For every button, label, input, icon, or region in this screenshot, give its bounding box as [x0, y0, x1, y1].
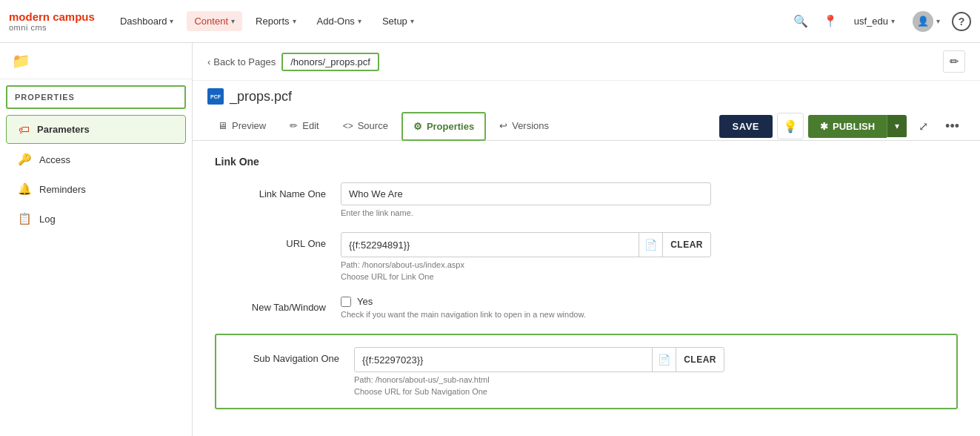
top-nav: modern campus omni cms Dashboard ▾ Conte…	[0, 0, 980, 43]
form-content: Link One Link Name One Enter the link na…	[193, 141, 980, 436]
sidebar-item-parameters[interactable]: 🏷 Parameters	[6, 115, 186, 144]
logo-sub: omni cms	[9, 23, 95, 32]
nav-setup[interactable]: Setup ▾	[375, 11, 421, 31]
sidebar-folder[interactable]: 📁	[0, 43, 192, 79]
content-area: ‹ Back to Pages /honors/_props.pcf ✏ PCF…	[193, 43, 980, 436]
sidebar: 📁 PROPERTIES 🏷 Parameters 🔑 Access 🔔 Rem…	[0, 43, 193, 436]
file-name: _props.pcf	[230, 89, 292, 105]
tab-properties[interactable]: ⚙ Properties	[401, 112, 486, 141]
chevron-down-icon: ▾	[358, 17, 361, 25]
file-type-icon: PCF	[207, 88, 224, 105]
properties-icon: ⚙	[413, 121, 422, 132]
preview-icon: 🖥	[218, 120, 227, 131]
sub-nav-clear-button[interactable]: CLEAR	[676, 348, 724, 371]
logo: modern campus omni cms	[9, 10, 95, 32]
search-icon[interactable]: 🔍	[789, 10, 813, 33]
more-options-button[interactable]: •••	[939, 116, 965, 137]
tab-source[interactable]: <> Source	[333, 113, 399, 140]
field-label-new-tab: New Tab/Window	[215, 296, 326, 313]
nav-dashboard[interactable]: Dashboard ▾	[113, 11, 181, 31]
nav-reports[interactable]: Reports ▾	[248, 11, 304, 31]
field-input-link-name: Enter the link name.	[341, 182, 958, 217]
publish-main-button[interactable]: ✱ PUBLISH	[808, 115, 887, 138]
folder-icon: 📁	[12, 53, 30, 69]
chevron-down-icon: ▾	[293, 17, 296, 25]
field-label-sub-nav: Sub Navigation One	[228, 347, 339, 364]
log-icon: 📋	[18, 212, 32, 225]
key-icon: 🔑	[18, 153, 32, 166]
url-one-hint1: Path: /honors/about-us/index.aspx	[341, 260, 958, 269]
field-checkbox-new-tab: Yes Check if you want the main navigatio…	[341, 296, 958, 319]
field-url-one: URL One 📄 CLEAR Path: /honors/about-us/i…	[215, 232, 958, 281]
chevron-down-icon: ▾	[170, 17, 173, 25]
chevron-down-icon: ▾	[410, 17, 414, 25]
new-tab-checkbox[interactable]	[341, 297, 351, 307]
field-input-url: 📄 CLEAR Path: /honors/about-us/index.asp…	[341, 232, 958, 281]
user-label: usf_edu	[854, 16, 888, 27]
breadcrumb-bar: ‹ Back to Pages /honors/_props.pcf ✏	[193, 43, 980, 81]
publish-button-group: ✱ PUBLISH ▾	[808, 115, 907, 138]
nav-addons[interactable]: Add-Ons ▾	[310, 11, 369, 31]
bell-icon: 🔔	[18, 182, 32, 196]
sidebar-item-access[interactable]: 🔑 Access	[6, 145, 186, 174]
link-name-hint: Enter the link name.	[341, 208, 958, 217]
sub-nav-input-group: 📄 CLEAR	[354, 347, 724, 372]
url-one-clear-button[interactable]: CLEAR	[662, 233, 710, 257]
chevron-down-icon: ▾	[891, 17, 895, 25]
back-to-pages-button[interactable]: ‹ Back to Pages	[207, 56, 276, 67]
sidebar-item-log[interactable]: 📋 Log	[6, 205, 186, 233]
field-input-sub-nav: 📄 CLEAR Path: /honors/about-us/_sub-nav.…	[354, 347, 944, 396]
avatar-menu[interactable]: 👤 ▾	[907, 8, 946, 35]
chevron-left-icon: ‹	[207, 56, 210, 67]
checkbox-label: Yes	[357, 296, 373, 307]
sub-nav-input[interactable]	[355, 349, 652, 371]
tab-bar: 🖥 Preview ✏ Edit <> Source ⚙ Properties …	[193, 112, 980, 141]
lightbulb-button[interactable]: 💡	[777, 113, 804, 139]
sidebar-section-title: PROPERTIES	[6, 85, 186, 109]
tab-edit[interactable]: ✏ Edit	[279, 113, 329, 140]
expand-button[interactable]: ⤢	[911, 114, 935, 138]
form-section-title: Link One	[215, 156, 958, 168]
help-icon[interactable]: ?	[952, 12, 971, 31]
lightbulb-icon: 💡	[783, 119, 798, 133]
chevron-down-icon: ▾	[231, 17, 235, 25]
url-one-hint2: Choose URL for Link One	[341, 272, 958, 281]
wand-icon[interactable]: ✏	[943, 50, 965, 73]
sub-nav-file-picker-icon[interactable]: 📄	[652, 348, 676, 371]
field-label-link-name: Link Name One	[215, 182, 326, 199]
sub-nav-hint2: Choose URL for Sub Navigation One	[354, 387, 944, 396]
publish-icon: ✱	[820, 121, 828, 132]
file-picker-icon[interactable]: 📄	[639, 233, 662, 257]
file-title-bar: PCF _props.pcf	[193, 81, 980, 112]
parameters-icon: 🏷	[19, 123, 30, 136]
publish-dropdown-button[interactable]: ▾	[887, 115, 907, 137]
save-button[interactable]: SAVE	[719, 115, 773, 138]
new-tab-hint: Check if you want the main navigation li…	[341, 310, 958, 319]
field-new-tab: New Tab/Window Yes Check if you want the…	[215, 296, 958, 319]
chevron-down-icon: ▾	[936, 17, 940, 25]
tab-preview[interactable]: 🖥 Preview	[207, 113, 276, 140]
location-icon[interactable]: 📍	[819, 10, 842, 33]
expand-icon: ⤢	[919, 119, 928, 133]
nav-content[interactable]: Content ▾	[187, 11, 242, 31]
versions-icon: ↩	[499, 120, 507, 131]
main-layout: 📁 PROPERTIES 🏷 Parameters 🔑 Access 🔔 Rem…	[0, 43, 980, 436]
edit-icon: ✏	[290, 120, 298, 131]
chevron-down-icon: ▾	[895, 121, 899, 131]
field-label-url: URL One	[215, 232, 326, 249]
tab-actions: SAVE 💡 ✱ PUBLISH ▾ ⤢ •••	[719, 113, 965, 139]
sidebar-item-reminders[interactable]: 🔔 Reminders	[6, 175, 186, 203]
breadcrumb-path: /honors/_props.pcf	[281, 53, 379, 71]
url-input-group: 📄 CLEAR	[341, 232, 711, 257]
field-sub-nav-one: Sub Navigation One 📄 CLEAR Path: /honors…	[215, 334, 958, 409]
user-menu[interactable]: usf_edu ▾	[848, 13, 901, 30]
link-name-input[interactable]	[341, 182, 711, 205]
field-link-name-one: Link Name One Enter the link name.	[215, 182, 958, 217]
sub-nav-hint1: Path: /honors/about-us/_sub-nav.html	[354, 375, 944, 384]
logo-name: modern campus	[9, 10, 95, 23]
url-one-input[interactable]	[341, 234, 639, 256]
avatar: 👤	[913, 11, 933, 32]
source-icon: <>	[343, 121, 353, 131]
tab-versions[interactable]: ↩ Versions	[489, 113, 559, 140]
